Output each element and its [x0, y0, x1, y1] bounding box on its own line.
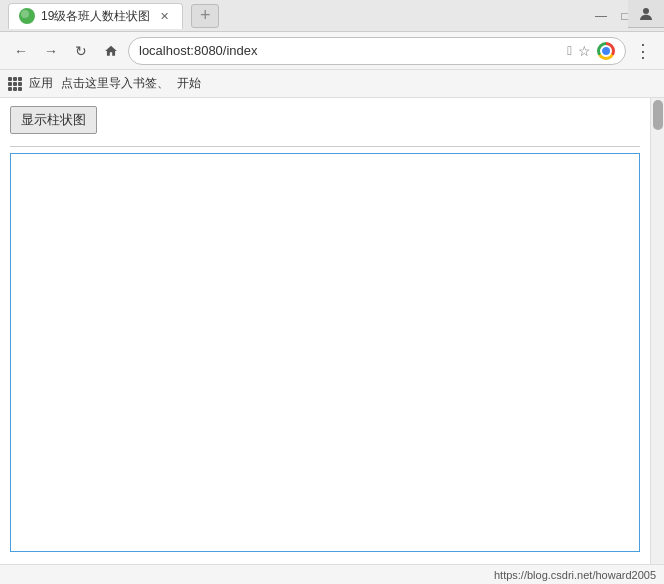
address-bar[interactable]: localhost:8080/index  ☆	[128, 37, 626, 65]
title-bar: 19级各班人数柱状图 ✕ + — □ ✕	[0, 0, 664, 32]
svg-point-0	[643, 8, 649, 14]
scrollbar-thumb[interactable]	[653, 100, 663, 130]
translate-icon[interactable]: 	[567, 43, 572, 58]
bookmark-item-2[interactable]: 开始	[177, 75, 201, 92]
profile-icon	[637, 5, 655, 23]
nav-bar: ← → ↻ localhost:8080/index  ☆ ⋮	[0, 32, 664, 70]
back-button[interactable]: ←	[8, 38, 34, 64]
scrollbar-track[interactable]	[650, 98, 664, 564]
chrome-icon	[597, 42, 615, 60]
browser-body: 显示柱状图	[0, 98, 664, 564]
browser-window: 19级各班人数柱状图 ✕ + — □ ✕ ← → ↻ l	[0, 0, 664, 584]
bookmark-item-1[interactable]: 点击这里导入书签、	[61, 75, 169, 92]
address-text: localhost:8080/index	[139, 43, 561, 58]
page-inner: 显示柱状图	[0, 98, 650, 564]
page-content: 显示柱状图	[0, 98, 650, 564]
apps-label: 应用	[29, 75, 53, 92]
home-icon	[104, 44, 118, 58]
page-divider	[10, 146, 640, 147]
tab-title: 19级各班人数柱状图	[41, 8, 150, 25]
bookmark-star-icon[interactable]: ☆	[578, 43, 591, 59]
status-bar: https://blog.csdri.net/howard2005	[0, 564, 664, 584]
profile-area[interactable]	[628, 0, 664, 28]
address-bar-icons:  ☆	[567, 42, 615, 60]
forward-button[interactable]: →	[38, 38, 64, 64]
menu-button[interactable]: ⋮	[630, 38, 656, 64]
tab-close-button[interactable]: ✕	[156, 8, 172, 24]
title-bar-left: 19级各班人数柱状图 ✕ +	[8, 3, 586, 29]
tab-favicon	[19, 8, 35, 24]
chart-area	[10, 153, 640, 552]
apps-bookmark[interactable]: 应用	[8, 75, 53, 92]
home-button[interactable]	[98, 38, 124, 64]
show-chart-button[interactable]: 显示柱状图	[10, 106, 97, 134]
button-area: 显示柱状图	[10, 106, 640, 142]
status-url: https://blog.csdri.net/howard2005	[494, 569, 656, 581]
apps-grid-icon	[8, 77, 22, 91]
new-tab-button[interactable]: +	[191, 4, 219, 28]
bookmarks-bar: 应用 点击这里导入书签、 开始	[0, 70, 664, 98]
minimize-button[interactable]: —	[594, 9, 608, 23]
reload-button[interactable]: ↻	[68, 38, 94, 64]
active-tab[interactable]: 19级各班人数柱状图 ✕	[8, 3, 183, 29]
